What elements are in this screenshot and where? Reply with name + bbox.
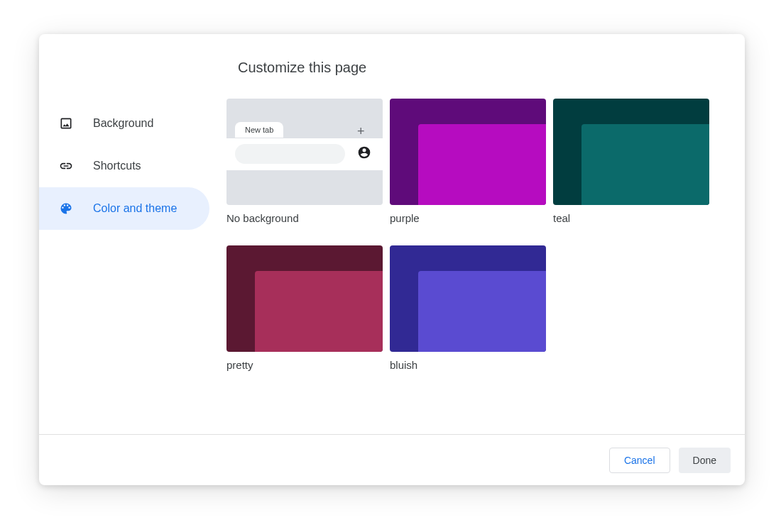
content-area: Customize this page New tab + <box>226 34 745 434</box>
link-icon <box>59 159 73 173</box>
theme-thumb <box>390 99 546 205</box>
preview-tab-label: New tab <box>235 122 283 138</box>
palette-icon <box>59 201 73 216</box>
avatar-icon <box>357 145 371 160</box>
theme-thumb: New tab + <box>226 99 383 205</box>
theme-grid: New tab + No background <box>226 99 741 385</box>
dialog-body: Background Shortcuts Color and theme Cus… <box>39 34 745 434</box>
theme-option-teal[interactable]: teal <box>553 99 709 224</box>
sidebar: Background Shortcuts Color and theme <box>39 34 226 434</box>
sidebar-item-label: Shortcuts <box>93 160 141 172</box>
theme-thumb <box>390 245 546 352</box>
theme-label: No background <box>226 212 383 224</box>
theme-option-no-background[interactable]: New tab + No background <box>226 99 383 224</box>
dialog-footer: Cancel Done <box>39 434 745 485</box>
swatch-outer <box>553 99 709 205</box>
theme-option-bluish[interactable]: bluish <box>390 245 546 371</box>
theme-label: pretty <box>226 359 383 371</box>
image-icon <box>59 116 73 131</box>
sidebar-item-label: Background <box>93 117 153 130</box>
swatch-outer <box>226 245 383 352</box>
cancel-button[interactable]: Cancel <box>609 448 670 473</box>
swatch-inner <box>581 124 709 205</box>
done-button[interactable]: Done <box>679 448 731 473</box>
dialog-title: Customize this page <box>226 34 745 99</box>
theme-label: purple <box>390 212 546 224</box>
sidebar-item-color-theme[interactable]: Color and theme <box>39 187 209 230</box>
theme-option-pretty[interactable]: pretty <box>226 245 383 371</box>
sidebar-item-shortcuts[interactable]: Shortcuts <box>39 145 209 187</box>
preview-omnibox <box>235 144 345 164</box>
theme-thumb <box>553 99 709 205</box>
swatch-inner <box>418 271 546 352</box>
sidebar-item-background[interactable]: Background <box>39 102 209 145</box>
theme-scroll[interactable]: New tab + No background <box>226 99 745 434</box>
swatch-inner <box>255 271 383 352</box>
swatch-outer <box>390 99 546 205</box>
nobg-preview: New tab + <box>226 99 383 205</box>
theme-thumb <box>226 245 383 352</box>
theme-label: bluish <box>390 359 546 371</box>
plus-icon: + <box>357 124 365 139</box>
swatch-inner <box>418 124 546 205</box>
theme-option-purple[interactable]: purple <box>390 99 546 224</box>
swatch-outer <box>390 245 546 352</box>
theme-label: teal <box>553 212 709 224</box>
customize-dialog: Background Shortcuts Color and theme Cus… <box>39 34 745 485</box>
sidebar-item-label: Color and theme <box>93 202 177 215</box>
